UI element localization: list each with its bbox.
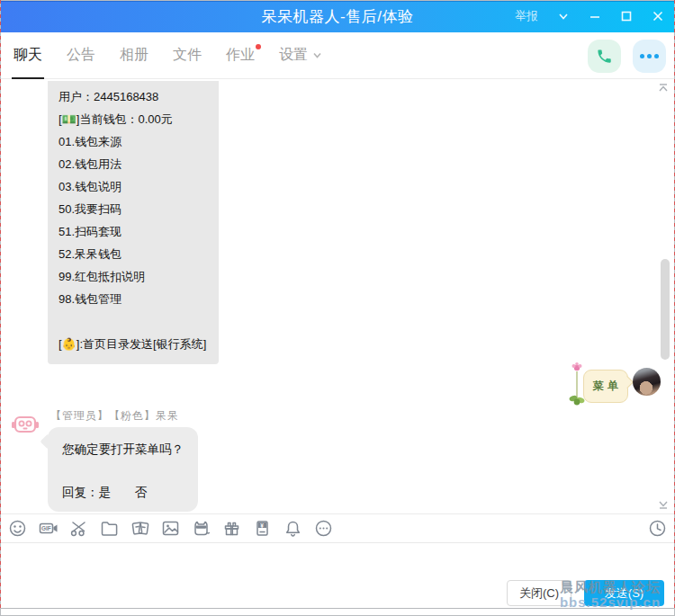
- message-line: 用户：2445168438: [58, 85, 212, 108]
- bot-menu-message: 用户：2445168438 [💵]当前钱包：0.00元 01.钱包来源 02.钱…: [48, 81, 219, 364]
- message-line: 50.我要扫码: [58, 198, 212, 220]
- close-button[interactable]: 关闭(C): [507, 580, 572, 606]
- scrollbar-thumb[interactable]: [661, 259, 670, 360]
- footer: 关闭(C) 发送(S): [0, 576, 675, 608]
- message-line: 01.钱包来源: [58, 130, 212, 153]
- gif-icon[interactable]: GIF: [39, 519, 58, 538]
- tab-announcement[interactable]: 公告: [67, 32, 95, 79]
- chevron-down-icon: [312, 50, 322, 60]
- folder-icon[interactable]: [100, 519, 119, 538]
- tab-bar: 聊天 公告 相册 文件 作业 设置: [0, 32, 675, 79]
- more-actions-button[interactable]: [633, 40, 666, 73]
- notification-icon[interactable]: [284, 519, 302, 538]
- more-tools-icon[interactable]: [314, 519, 333, 538]
- user-avatar[interactable]: [633, 368, 661, 396]
- sticker-text: 菜单: [590, 379, 622, 394]
- phone-icon: [596, 48, 613, 65]
- history-icon[interactable]: [648, 519, 667, 538]
- tab-settings-label: 设置: [279, 46, 308, 65]
- red-packet-icon[interactable]: ¥: [253, 519, 272, 538]
- send-button[interactable]: 发送(S): [584, 580, 664, 606]
- tab-album[interactable]: 相册: [120, 32, 148, 79]
- chat-toolbar: GIF ¥: [0, 513, 675, 542]
- tab-album-label: 相册: [120, 46, 148, 65]
- ellipsis-icon: [640, 54, 659, 58]
- svg-text:¥: ¥: [260, 522, 264, 529]
- meme-icon[interactable]: [192, 519, 211, 538]
- user-sticker-message: 菜单: [567, 362, 668, 407]
- robot-avatar[interactable]: [11, 414, 40, 439]
- gift-icon[interactable]: [222, 519, 241, 538]
- message-line: 02.钱包用法: [58, 153, 212, 175]
- message-line: [💵]当前钱包：0.00元: [58, 108, 212, 130]
- scroll-top-icon[interactable]: [657, 82, 670, 94]
- window-bottom-edge: [0, 608, 675, 616]
- tab-actions: [588, 40, 666, 73]
- message-input[interactable]: [0, 542, 675, 576]
- sender-name: 【管理员】【粉色】呆呆: [50, 408, 179, 424]
- title-bar: 呆呆机器人-售后/体验 举报: [0, 0, 675, 32]
- titlebar-controls: 举报: [515, 0, 664, 32]
- tab-homework[interactable]: 作业: [226, 32, 255, 79]
- svg-text:GIF: GIF: [41, 525, 51, 531]
- message-line: 99.红包抵扣说明: [58, 265, 212, 288]
- message-line: 03.钱包说明: [58, 175, 212, 198]
- message-line: 回复：是 否: [62, 482, 184, 504]
- menu-sticker[interactable]: 菜单: [583, 370, 628, 403]
- tab-homework-label: 作业: [226, 46, 255, 65]
- message-line: 52.呆呆钱包: [58, 243, 212, 265]
- notification-dot: [256, 44, 261, 49]
- voice-call-button[interactable]: [588, 40, 621, 73]
- tab-settings[interactable]: 设置: [279, 32, 322, 79]
- close-icon[interactable]: [652, 10, 664, 22]
- message-line: [62, 460, 184, 482]
- message-list[interactable]: 用户：2445168438 [💵]当前钱包：0.00元 01.钱包来源 02.钱…: [0, 79, 675, 513]
- tab-chat-label: 聊天: [14, 46, 42, 65]
- message-line: 51.扫码套现: [58, 220, 212, 243]
- message-line: [58, 310, 212, 333]
- maximize-icon[interactable]: [620, 10, 633, 22]
- tab-files[interactable]: 文件: [173, 32, 202, 79]
- image-stack-icon[interactable]: [130, 519, 149, 538]
- image-icon[interactable]: [161, 519, 180, 538]
- message-line: 您确定要打开菜单吗？: [62, 439, 184, 460]
- minimize-icon[interactable]: [589, 10, 601, 22]
- emoji-icon[interactable]: [8, 519, 27, 538]
- message-line: 98.钱包管理: [58, 288, 212, 310]
- chat-window: 呆呆机器人-售后/体验 举报 聊天 公告 相册 文件 作业 设置: [0, 0, 675, 616]
- chevron-down-icon[interactable]: [557, 10, 570, 22]
- bot-reply-message: 您确定要打开菜单吗？ 回复：是 否: [48, 427, 198, 512]
- screenshot-icon[interactable]: [69, 519, 88, 538]
- message-line: [👶]:首页目录发送[银行系统]: [58, 333, 212, 355]
- tab-announcement-label: 公告: [67, 46, 95, 65]
- scroll-bottom-icon[interactable]: [657, 498, 670, 511]
- report-button[interactable]: 举报: [515, 8, 538, 24]
- tab-files-label: 文件: [173, 46, 202, 65]
- tab-chat[interactable]: 聊天: [14, 32, 42, 79]
